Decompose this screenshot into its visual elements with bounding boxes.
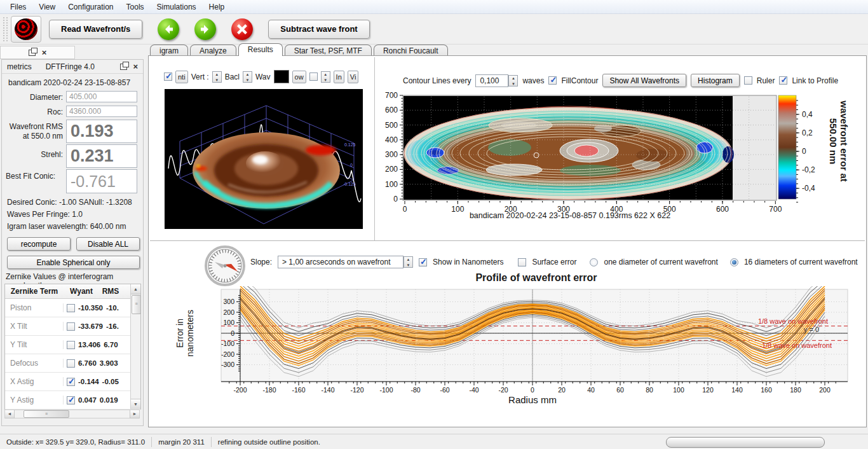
svg-text:600: 600 (385, 106, 398, 114)
zernike-table: Zernike Term Wyant RMS Piston -10.350-10… (4, 284, 141, 410)
contour-interval-spinner[interactable]: ▲▼ (508, 75, 518, 86)
table-row[interactable]: Y Tilt 13.4066.70 (5, 336, 140, 354)
svg-text:-300: -300 (221, 361, 234, 368)
col-zernike-term[interactable]: Zernike Term (5, 287, 64, 296)
rms-value: -10. (106, 304, 119, 312)
histogram-button[interactable]: Histogram (691, 74, 740, 87)
surface-error-checkbox[interactable] (518, 258, 526, 266)
wyant-value: -10.350 (78, 304, 103, 312)
wavefront-filename: bandicam 2020-02-24 23-15-08-857 (8, 78, 130, 87)
metrics-float-icon[interactable] (120, 64, 127, 70)
vertical-scale-spinner[interactable]: ▲▼ (212, 71, 222, 83)
disable-all-button[interactable]: Disable ALL (76, 237, 140, 251)
table-row[interactable]: Piston -10.350-10. (5, 299, 140, 317)
scrollbar-thumb[interactable]: ≡ (132, 295, 141, 314)
contour-interval-field[interactable]: 0,100 (475, 74, 508, 87)
background-color-swatch[interactable] (274, 70, 289, 83)
slope-spinner[interactable]: ▲▼ (403, 256, 413, 268)
profile-plot[interactable]: -200-180-160-140-120-100-80-60-40-200204… (217, 286, 852, 413)
zernike-header: Zernike Term Wyant RMS (5, 284, 140, 299)
table-row[interactable]: X Astig -0.144-0.05 (5, 373, 140, 391)
one-diameter-radio[interactable] (590, 258, 598, 266)
slope-compass-icon[interactable] (205, 245, 245, 286)
zernike-term: Y Astig (5, 396, 64, 404)
table-row[interactable]: Y Astig 0.0470.019 (5, 391, 140, 410)
table-row[interactable]: X Tilt -33.679-16. (5, 317, 140, 336)
wavefront-contour-plot[interactable]: 0100200300400500600700010020030040050060… (379, 92, 852, 222)
zernike-enable-checkbox[interactable] (67, 304, 75, 312)
interferogram-logo-button[interactable] (11, 16, 41, 43)
tab-analyze[interactable]: Analyze (190, 45, 236, 56)
scroll-right-icon[interactable]: ► (130, 410, 139, 418)
surface3d-checkbox[interactable] (164, 73, 172, 81)
profile-y-axis-label: Error in nanometers (175, 286, 195, 381)
zernike-enable-checkbox[interactable] (67, 396, 75, 404)
menu-simulations[interactable]: Simulations (151, 1, 203, 13)
surface3d-checkbox-2[interactable] (309, 73, 318, 81)
tab-ronchi-foucault[interactable]: Ronchi Foucault (374, 45, 448, 56)
enable-spherical-only-button[interactable]: Enable Spherical only (7, 256, 140, 269)
zernike-enable-checkbox[interactable] (67, 378, 75, 386)
toolbar-handle[interactable] (3, 17, 8, 41)
view-button[interactable]: Vi (348, 71, 359, 83)
resolution-spinner[interactable]: ▲▼ (321, 71, 330, 83)
zernike-enable-checkbox[interactable] (67, 359, 75, 368)
show-button[interactable]: ow (292, 71, 306, 83)
backwall-spinner[interactable]: ▲▼ (243, 71, 252, 83)
col-wyant[interactable]: Wyant (64, 287, 99, 296)
link-to-profile-checkbox[interactable] (779, 76, 787, 85)
col-rms[interactable]: RMS (99, 287, 122, 296)
wavefront-3d-view[interactable]: 0.125 0 -0.125 (165, 89, 363, 229)
tab-igram[interactable]: igram (150, 45, 188, 56)
results-panel: nti Vert : ▲▼ Bacl ▲▼ Wav ow ▲▼ In Vi (148, 55, 867, 427)
tab-star-test[interactable]: Star Test, PSF, MTF (285, 45, 372, 56)
tab-results[interactable]: Results (238, 43, 283, 56)
panel-divider-horizontal[interactable] (150, 240, 865, 241)
sixteen-diameters-radio[interactable] (730, 258, 738, 266)
scroll-up-icon[interactable]: ▲ (131, 284, 140, 294)
arrow-right-icon (199, 23, 212, 36)
menu-files[interactable]: Files (4, 1, 32, 13)
scroll-left-icon[interactable]: ◄ (5, 410, 15, 418)
subtract-wavefront-button[interactable]: Subtract wave front (268, 20, 369, 39)
lighting-button[interactable]: nti (175, 71, 188, 83)
zoom-in-button[interactable]: In (334, 71, 344, 83)
zernike-enable-checkbox[interactable] (67, 322, 75, 331)
rms-value: 6.70 (104, 341, 118, 349)
roc-field[interactable]: 4360.000 (66, 106, 137, 117)
next-wavefront-button[interactable] (194, 18, 216, 40)
vertical-scrollbar[interactable]: ▲ ≡ ▼ (130, 284, 140, 409)
scroll-down-icon[interactable]: ▼ (131, 399, 140, 409)
wyant-value: -0.144 (78, 378, 99, 385)
fill-contour-checkbox[interactable] (548, 76, 557, 85)
menu-help[interactable]: Help (203, 1, 231, 13)
menu-view[interactable]: View (32, 1, 62, 13)
svg-text:0: 0 (231, 329, 234, 337)
wavefront-color-label: Wav (255, 73, 271, 81)
horizontal-scrollbar[interactable]: ◄ ≡ ► (4, 410, 140, 418)
table-row[interactable]: Defocus 6.7603.903 (5, 354, 140, 373)
wyant-value: 13.406 (78, 341, 100, 349)
ruler-checkbox[interactable] (744, 76, 752, 85)
previous-wavefront-button[interactable] (158, 18, 179, 40)
svg-text:200: 200 (223, 308, 234, 316)
show-all-wavefronts-button[interactable]: Show All Wavefronts (602, 74, 686, 87)
recompute-button[interactable]: recompute (7, 237, 71, 251)
svg-text:-120: -120 (350, 386, 363, 394)
profile-x-axis-label: Radius mm (508, 394, 557, 405)
metrics-close-icon[interactable]: × (133, 64, 138, 70)
show-nanometers-checkbox[interactable] (419, 258, 427, 266)
close-icon[interactable]: × (42, 50, 47, 56)
roc-label: Roc: (2, 107, 63, 116)
diameter-field[interactable]: 405.000 (66, 91, 137, 102)
slope-select[interactable]: > 1,00 arcseconds on wavefront (278, 256, 403, 268)
delete-wavefront-button[interactable] (231, 18, 253, 40)
colorbar-axis-label: wavefront error at 550.00 nm (828, 98, 850, 184)
read-wavefronts-button[interactable]: Read Wavefront/s (49, 20, 142, 39)
zernike-enable-checkbox[interactable] (67, 341, 75, 349)
scrollbar-thumb[interactable]: ≡ (24, 410, 69, 418)
float-icon[interactable] (29, 50, 36, 56)
close-x-icon (236, 24, 248, 35)
menu-tools[interactable]: Tools (120, 1, 151, 13)
menu-configuration[interactable]: Configuration (62, 1, 119, 13)
